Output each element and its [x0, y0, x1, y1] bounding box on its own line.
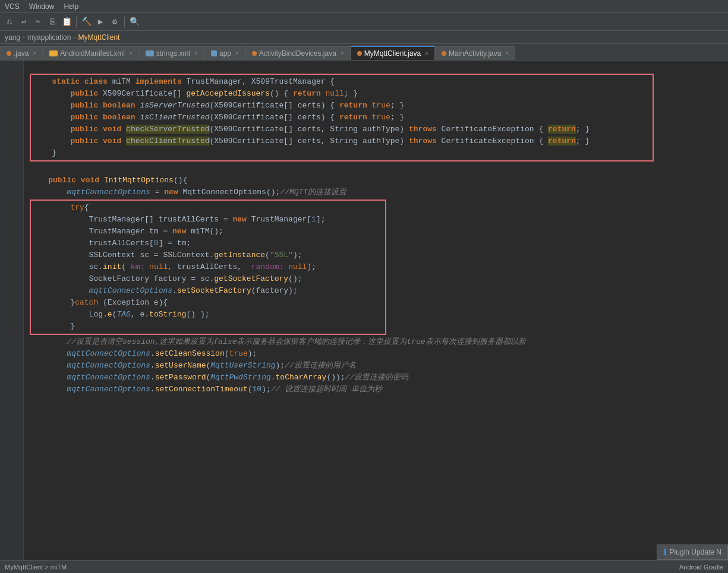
- toolbar-sep-2: [124, 17, 125, 27]
- tab-label-strings: strings.xml: [156, 49, 190, 58]
- menu-help[interactable]: Help: [64, 2, 78, 11]
- menu-vcs[interactable]: VCS: [5, 2, 20, 11]
- tab-dot-app: [211, 50, 217, 56]
- status-bar: MyMqttClient > miTM Android Gradle: [0, 560, 728, 573]
- code-line-ssl-context: SSLContext sc = SSLContext.getInstance("…: [33, 249, 383, 261]
- tab-close-main[interactable]: ×: [505, 50, 509, 56]
- code-line-6: public void checkClientTrusted(X509Certi…: [33, 135, 650, 147]
- status-right: Android Gradle: [679, 563, 723, 571]
- tab-activity-bind[interactable]: ActivityBindDevices.java ×: [245, 46, 351, 60]
- toolbar-sep-1: [76, 17, 77, 27]
- code-line-socket-factory: SocketFactory factory = sc.getSocketFact…: [33, 273, 383, 285]
- code-line-empty-2: [30, 163, 722, 175]
- code-line-3: public boolean isServerTrusted(X509Certi…: [33, 100, 650, 112]
- toolbar-btn-4[interactable]: ⎘: [46, 16, 58, 28]
- code-line-init-mqtt: public void InitMqttOptions(){: [30, 175, 722, 186]
- code-line-trust-mgr: TrustManager tm = new miTM();: [33, 226, 383, 238]
- breadcrumb-bar: yang › myapplication › MyMqttClient: [0, 31, 728, 44]
- plugin-update-label: Plugin Update N: [670, 548, 721, 556]
- code-line-trust-assign: trustAllCerts[0] = tm;: [33, 238, 383, 249]
- tab-android-manifest[interactable]: AndroidManifest.xml ×: [43, 46, 139, 60]
- code-line-4: public boolean isClientTrusted(X509Certi…: [33, 112, 650, 124]
- toolbar-btn-6[interactable]: 🔨: [80, 16, 92, 28]
- tab-close-activity[interactable]: ×: [341, 50, 344, 56]
- code-line-comment-session: //设置是否清空session,这里如果设置为false表示服务器会保留客户端的…: [30, 336, 722, 348]
- tab-close-app[interactable]: ×: [235, 50, 239, 56]
- breadcrumb-yang[interactable]: yang: [5, 33, 20, 42]
- code-line-end-catch: }: [33, 321, 383, 333]
- tab-dot-main: [442, 51, 446, 56]
- code-line-clean-session: mqttConnectOptions.setCleanSession(true)…: [30, 348, 722, 360]
- code-line-7: }: [33, 147, 650, 159]
- code-line-sc-init: sc.init( km: null, trustAllCerts, random…: [33, 261, 383, 273]
- tab-dot-obj: [7, 51, 11, 56]
- menu-window[interactable]: Window: [29, 2, 55, 11]
- info-icon: ℹ: [663, 547, 666, 557]
- code-line-mqtt-options: mqttConnectOptions = new MqttConnectOpti…: [30, 186, 722, 198]
- tab-mymqttclient[interactable]: MyMqttClient.java ×: [351, 46, 435, 60]
- toolbar: ⎌ ↩ ✂ ⎘ 📋 🔨 ▶ ⚙ 🔍: [0, 13, 728, 31]
- toolbar-btn-5[interactable]: 📋: [61, 16, 73, 28]
- code-line-5: public void checkServerTrusted(X509Certi…: [33, 124, 650, 135]
- tab-label-mqtt: MyMqttClient.java: [364, 49, 421, 58]
- tab-dot-strings: [146, 50, 154, 56]
- tab-main-activity[interactable]: MainActivity.java ×: [435, 46, 515, 60]
- tab-close-obj[interactable]: ×: [33, 50, 36, 56]
- tab-label-app: app: [219, 49, 231, 58]
- tab-dot-mqtt: [357, 51, 362, 56]
- toolbar-btn-1[interactable]: ⎌: [4, 16, 15, 28]
- code-line-set-socket: mqttConnectOptions.setSocketFactory(fact…: [33, 285, 383, 297]
- breadcrumb-mymqttclient[interactable]: MyMqttClient: [78, 33, 119, 42]
- tab-label-obj: .java: [14, 49, 29, 58]
- breadcrumb-sep-2: ›: [73, 33, 75, 42]
- code-line-2: public X509Certificate[] getAcceptedIssu…: [33, 88, 650, 100]
- toolbar-btn-3[interactable]: ✂: [32, 16, 44, 28]
- code-line-try: try{: [33, 202, 383, 214]
- tab-label-manifest: AndroidManifest.xml: [60, 49, 125, 58]
- red-box-try-catch: try{ TrustManager[] trustAllCerts = new …: [30, 200, 386, 335]
- toolbar-btn-9[interactable]: 🔍: [128, 16, 140, 28]
- tab-strings-xml[interactable]: strings.xml ×: [139, 46, 204, 60]
- menu-bar: VCS Window Help: [0, 0, 728, 13]
- tab-app[interactable]: app ×: [204, 46, 245, 60]
- tab-close-strings[interactable]: ×: [194, 50, 198, 56]
- tab-label-main: MainActivity.java: [449, 49, 501, 58]
- code-line-log: Log.e(TAG, e.toString() );: [33, 309, 383, 321]
- code-line-catch: }catch (Exception e){: [33, 297, 383, 309]
- code-line-trust-all: TrustManager[] trustAllCerts = new Trust…: [33, 214, 383, 226]
- code-content: static class miTM implements TrustManage…: [24, 61, 728, 395]
- toolbar-btn-2[interactable]: ↩: [18, 16, 30, 28]
- status-breadcrumb: MyMqttClient > miTM: [5, 563, 67, 571]
- code-line-password: mqttConnectOptions.setPassword(MqttPwdSt…: [30, 372, 722, 384]
- tabs-bar: .java × AndroidManifest.xml × strings.xm…: [0, 44, 728, 61]
- editor-container: static class miTM implements TrustManage…: [0, 61, 728, 560]
- code-line-empty-1: [30, 61, 722, 72]
- tab-obj-java[interactable]: .java ×: [0, 46, 43, 60]
- code-line-timeout: mqttConnectOptions.setConnectionTimeout(…: [30, 384, 722, 395]
- toolbar-btn-7[interactable]: ▶: [94, 16, 106, 28]
- code-line-1: static class miTM implements TrustManage…: [33, 76, 650, 88]
- tab-label-activity: ActivityBindDevices.java: [259, 49, 336, 58]
- line-numbers: [0, 61, 24, 560]
- status-left: MyMqttClient > miTM: [5, 563, 67, 571]
- tab-close-mqtt[interactable]: ×: [425, 50, 428, 57]
- red-box-mitm: static class miTM implements TrustManage…: [30, 74, 654, 162]
- status-android-gradle: Android Gradle: [679, 563, 723, 571]
- code-editor[interactable]: static class miTM implements TrustManage…: [24, 61, 728, 560]
- plugin-update-notification[interactable]: ℹ Plugin Update N: [657, 544, 728, 560]
- breadcrumb-sep-1: ›: [23, 33, 25, 42]
- code-line-username: mqttConnectOptions.setUserName(MqttUserS…: [30, 360, 722, 372]
- breadcrumb-myapplication[interactable]: myapplication: [27, 33, 71, 42]
- tab-close-manifest[interactable]: ×: [129, 50, 133, 56]
- tab-dot-activity: [252, 51, 257, 56]
- tab-dot-manifest: [49, 50, 58, 56]
- toolbar-btn-8[interactable]: ⚙: [109, 16, 121, 28]
